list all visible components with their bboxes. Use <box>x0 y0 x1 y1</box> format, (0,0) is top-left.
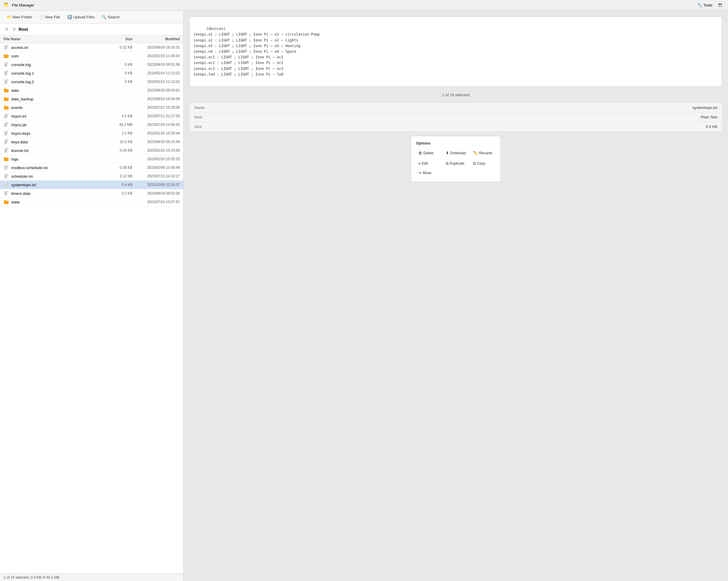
move-button[interactable]: ↪ Move <box>416 169 434 177</box>
rename-icon: ✏️ <box>473 151 478 155</box>
kind-label: Kind <box>194 115 218 119</box>
file-preview: (devices) ionopi.o1 : LIGHT ; LIGHT ; Io… <box>189 17 722 87</box>
file-doc-icon <box>4 191 9 196</box>
upload-icon: ⬆️ <box>67 15 72 19</box>
forward-button[interactable]: > <box>11 26 17 32</box>
svg-rect-44 <box>7 139 8 141</box>
edit-button[interactable]: ≡ Edit <box>416 159 441 167</box>
list-item[interactable]: keys.data32.5 KB2023/08/25 09:15:59 <box>0 138 183 146</box>
file-size: 0.12 KB <box>106 174 132 178</box>
tools-button[interactable]: 🔧 Tools <box>695 2 715 8</box>
list-item[interactable]: license.txt0.34 KB2023/01/20 15:24:56 <box>0 146 183 155</box>
file-details: Name systemtopo.txt Kind Plain Text Size… <box>189 103 722 131</box>
file-size: 0 KB <box>106 80 132 84</box>
options-row-move: ↪ Move <box>416 169 495 177</box>
file-modified: 2023/02/15 11:48:42 <box>132 54 180 58</box>
list-item[interactable]: com2023/02/15 11:48:42 <box>0 52 183 60</box>
file-size: 0.2 KB <box>106 191 132 195</box>
file-list: access.ini0.32 KB2023/08/24 18:16:31com2… <box>0 43 183 574</box>
duplicate-button[interactable]: ⧉ Duplicate <box>443 159 468 167</box>
file-name: modbus-scheduler.ini <box>11 165 106 170</box>
list-item[interactable]: logs2023/01/20 15:20:20 <box>0 155 183 163</box>
list-item[interactable]: events2023/07/27 15:29:06 <box>0 103 183 112</box>
app-title: File Manager <box>12 3 693 7</box>
delete-button[interactable]: 🗑 Delete <box>416 149 441 157</box>
rename-button[interactable]: ✏️ Rename <box>471 149 495 157</box>
copy-button[interactable]: ⧉ Copy <box>471 159 495 167</box>
list-item[interactable]: modbus-scheduler.ini0.39 KB2023/03/06 15… <box>0 163 183 172</box>
file-doc-icon <box>4 131 9 136</box>
file-doc-icon <box>4 62 9 67</box>
kind-value: Plain Text <box>218 115 717 119</box>
upload-files-button[interactable]: ⬆️ Upload Files <box>64 13 98 21</box>
new-file-button[interactable]: 📄 New File <box>36 13 63 21</box>
file-modified: 2019/02/14 11:12:02 <box>132 71 180 75</box>
list-item[interactable]: hsyco.ini4.5 KB2023/07/11 22:27:55 <box>0 112 183 121</box>
file-doc-icon <box>4 148 9 153</box>
list-item[interactable]: hsyco.keys2.2 KB2023/01/20 15:20:44 <box>0 129 183 138</box>
svg-rect-22 <box>4 89 8 93</box>
list-item[interactable]: timers.data0.2 KB2023/08/18 09:02:30 <box>0 189 183 198</box>
breadcrumb: < > Root <box>0 24 183 35</box>
folder-icon <box>4 53 9 59</box>
col-name-header: File Name <box>4 37 106 41</box>
options-grid: 🗑 Delete ⬇ Download ✏️ Rename ≡ Edit ⧉ <box>416 149 495 167</box>
details-panel: (devices) ionopi.o1 : LIGHT ; LIGHT ; Io… <box>184 11 728 581</box>
file-list-header: File Name Size Modified <box>0 35 183 43</box>
duplicate-icon: ⧉ <box>446 161 448 166</box>
file-panel: 📁 New Folder 📄 New File ⬆️ Upload Files … <box>0 11 184 581</box>
file-doc-icon <box>4 71 9 76</box>
file-name: console.log.1 <box>11 71 106 76</box>
delete-icon: 🗑 <box>418 151 422 155</box>
file-name: keys.data <box>11 140 106 144</box>
file-size: 4.5 KB <box>106 114 132 118</box>
file-doc-icon <box>4 79 9 84</box>
list-item[interactable]: console.log0 KB2023/08/18 09:01:58 <box>0 60 183 69</box>
status-bar: 1 of 19 selected, 0.4 KB of 40.2 MB <box>0 574 183 581</box>
list-item[interactable]: systemtopo.txt0.4 KB2023/02/09 12:28:37 <box>0 181 183 189</box>
name-label: Name <box>194 105 218 110</box>
col-size-header: Size <box>106 37 132 41</box>
back-button[interactable]: < <box>4 26 10 32</box>
list-item[interactable]: www2023/07/24 15:07:57 <box>0 198 183 206</box>
breadcrumb-path: Root <box>19 27 28 32</box>
search-button[interactable]: 🔍 Search <box>99 13 123 21</box>
new-folder-button[interactable]: 📁 New Folder <box>4 13 35 21</box>
file-name: scheduler.ini <box>11 174 106 179</box>
file-size: 0 KB <box>106 71 132 75</box>
windows-button[interactable]: 🗔 <box>716 2 724 8</box>
detail-kind-row: Kind Plain Text <box>189 112 722 122</box>
svg-rect-23 <box>4 88 6 89</box>
file-name: logs <box>11 157 106 161</box>
svg-rect-75 <box>4 201 8 204</box>
folder-icon <box>4 156 9 162</box>
folder-icon <box>4 199 9 205</box>
svg-rect-27 <box>4 106 6 107</box>
list-item[interactable]: console.log.20 KB2019/02/14 11:12:02 <box>0 78 183 86</box>
file-doc-icon <box>4 45 9 50</box>
list-item[interactable]: access.ini0.32 KB2023/08/24 18:16:31 <box>0 43 183 52</box>
list-item[interactable]: hsyco.jar40.2 MB2023/07/24 14:56:42 <box>0 121 183 129</box>
svg-rect-61 <box>7 174 8 175</box>
list-item[interactable]: console.log.10 KB2019/02/14 11:12:02 <box>0 69 183 78</box>
name-value: systemtopo.txt <box>218 105 717 110</box>
list-item[interactable]: scheduler.ini0.12 KB2023/07/13 14:10:17 <box>0 172 183 181</box>
detail-name-row: Name systemtopo.txt <box>189 103 722 112</box>
windows-icon: 🗔 <box>718 3 722 7</box>
download-button[interactable]: ⬇ Download <box>443 149 468 157</box>
file-modified: 2023/07/13 14:10:17 <box>132 174 180 178</box>
size-value: 0.4 KB <box>218 124 717 129</box>
selection-info: 1 of 19 selected <box>189 91 722 98</box>
svg-rect-71 <box>7 191 8 192</box>
file-modified: 2023/07/11 22:27:55 <box>132 114 180 118</box>
file-modified: 2023/01/20 15:20:20 <box>132 157 180 161</box>
file-name: hsyco.ini <box>11 114 106 118</box>
list-item[interactable]: data2023/08/25 09:20:01 <box>0 86 183 95</box>
status-text: 1 of 19 selected, 0.4 KB of 40.2 MB <box>4 575 59 580</box>
main-content: 📁 New Folder 📄 New File ⬆️ Upload Files … <box>0 11 728 581</box>
list-item[interactable]: data_backup2023/08/24 16:04:58 <box>0 95 183 103</box>
file-name: events <box>11 105 106 110</box>
svg-rect-25 <box>4 97 6 98</box>
file-size: 0 KB <box>106 62 132 67</box>
folder-icon <box>4 105 9 110</box>
